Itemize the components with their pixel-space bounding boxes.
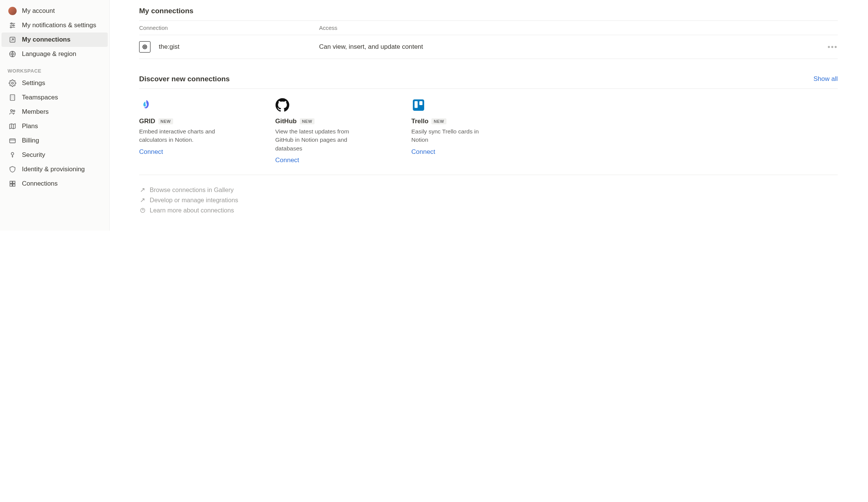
sidebar-item-label: Billing: [22, 136, 39, 146]
main-content: My connections Connection Access the:gis…: [110, 0, 868, 231]
sidebar-item-my-connections[interactable]: My connections: [2, 33, 108, 47]
people-icon: [8, 108, 17, 116]
sidebar-item-members[interactable]: Members: [2, 105, 108, 119]
card-description: Easily sync Trello cards in Notion: [411, 127, 494, 144]
footer-link-label: Learn more about connections: [150, 207, 234, 214]
svg-rect-9: [10, 95, 15, 101]
connect-button[interactable]: Connect: [139, 148, 253, 156]
svg-rect-18: [13, 184, 15, 186]
sidebar-item-connections[interactable]: Connections: [2, 177, 108, 191]
sidebar-item-label: Members: [22, 107, 49, 117]
footer-link-gallery[interactable]: ↗ Browse connections in Gallery: [139, 185, 838, 195]
svg-point-10: [11, 110, 12, 112]
trello-logo-icon: [411, 98, 426, 112]
thegist-logo-icon: [139, 41, 150, 53]
connection-more-button[interactable]: •••: [815, 43, 838, 51]
card-description: View the latest updates from GitHub in N…: [275, 127, 358, 153]
new-badge: NEW: [431, 118, 446, 124]
sidebar-item-label: My account: [22, 6, 55, 16]
new-badge: NEW: [300, 118, 315, 124]
sidebar-item-my-account[interactable]: My account: [2, 4, 108, 18]
sidebar-item-teamspaces[interactable]: Teamspaces: [2, 90, 108, 105]
footer-links: ↗ Browse connections in Gallery ↗ Develo…: [139, 185, 838, 215]
card-icon: [8, 136, 17, 145]
sidebar-item-plans[interactable]: Plans: [2, 119, 108, 133]
sidebar-item-identity[interactable]: Identity & provisioning: [2, 162, 108, 177]
svg-point-14: [11, 152, 14, 155]
svg-rect-12: [10, 139, 16, 143]
svg-rect-15: [10, 181, 12, 183]
sidebar-item-label: Identity & provisioning: [22, 164, 85, 174]
arrow-up-right-icon: ↗: [139, 186, 146, 194]
column-header-actions: [815, 25, 838, 31]
connection-access: Can view, insert, and update content: [319, 43, 815, 51]
grid-logo-icon: [139, 98, 153, 112]
connect-button[interactable]: Connect: [275, 156, 389, 164]
svg-point-20: [144, 46, 146, 48]
column-header-connection: Connection: [139, 25, 319, 31]
arrow-box-icon: [8, 36, 17, 44]
sidebar-item-label: Language & region: [22, 49, 76, 59]
sliders-icon: [8, 21, 17, 29]
svg-rect-22: [415, 101, 418, 108]
sidebar-item-label: Plans: [22, 121, 38, 131]
connection-name: the:gist: [159, 43, 180, 51]
key-icon: [8, 151, 17, 159]
shield-icon: [8, 165, 17, 174]
sidebar-item-label: Connections: [22, 179, 58, 189]
new-badge: NEW: [158, 118, 173, 124]
card-title: Trello: [411, 118, 428, 125]
svg-rect-23: [419, 101, 422, 105]
svg-point-8: [12, 82, 14, 84]
card-title: GRID: [139, 118, 155, 125]
connections-table: Connection Access the:gist Can view, ins…: [139, 20, 838, 59]
github-logo-icon: [275, 98, 290, 112]
svg-point-5: [10, 26, 11, 28]
connect-button[interactable]: Connect: [411, 148, 525, 156]
discover-header: Discover new connections Show all: [139, 75, 838, 83]
settings-sidebar: My account My notifications & settings M…: [0, 0, 110, 231]
svg-point-3: [11, 23, 12, 24]
discover-card-trello: Trello NEW Easily sync Trello cards in N…: [411, 98, 525, 164]
card-title: GitHub: [275, 118, 297, 125]
footer-link-label: Develop or manage integrations: [150, 197, 238, 204]
sidebar-item-language-region[interactable]: Language & region: [2, 47, 108, 61]
sidebar-item-billing[interactable]: Billing: [2, 133, 108, 148]
gear-icon: [8, 79, 17, 87]
discover-title: Discover new connections: [139, 75, 230, 83]
connection-app-cell: the:gist: [139, 41, 319, 53]
sidebar-item-security[interactable]: Security: [2, 148, 108, 162]
svg-point-11: [13, 110, 15, 112]
footer-link-learn[interactable]: Learn more about connections: [139, 205, 838, 215]
show-all-link[interactable]: Show all: [814, 75, 838, 83]
map-icon: [8, 122, 17, 130]
discover-card-grid: GRID NEW Embed interactive charts and ca…: [139, 98, 253, 164]
svg-point-4: [13, 25, 14, 26]
sidebar-item-label: Security: [22, 150, 45, 160]
discover-card-github: GitHub NEW View the latest updates from …: [275, 98, 389, 164]
globe-icon: [8, 50, 17, 58]
svg-rect-17: [10, 184, 12, 186]
sidebar-item-label: My notifications & settings: [22, 20, 96, 30]
footer-link-label: Browse connections in Gallery: [150, 186, 234, 194]
building-icon: [8, 93, 17, 102]
sidebar-item-settings[interactable]: Settings: [2, 76, 108, 90]
page-title: My connections: [139, 7, 838, 15]
card-description: Embed interactive charts and calculators…: [139, 127, 222, 144]
sidebar-item-my-notifications[interactable]: My notifications & settings: [2, 18, 108, 33]
sidebar-item-label: Settings: [22, 78, 45, 88]
sidebar-section-workspace: WORKSPACE: [0, 61, 109, 76]
svg-point-19: [143, 45, 147, 49]
table-header-row: Connection Access: [139, 20, 838, 35]
svg-rect-16: [13, 181, 15, 183]
discover-grid: GRID NEW Embed interactive charts and ca…: [139, 88, 838, 175]
table-row: the:gist Can view, insert, and update co…: [139, 35, 838, 59]
column-header-access: Access: [319, 25, 815, 31]
avatar-icon: [8, 7, 17, 15]
arrow-up-right-icon: ↗: [139, 197, 146, 204]
sidebar-item-label: My connections: [22, 35, 70, 45]
footer-link-develop[interactable]: ↗ Develop or manage integrations: [139, 195, 838, 205]
sidebar-item-label: Teamspaces: [22, 93, 58, 102]
question-icon: [139, 208, 146, 213]
grid-icon: [8, 180, 17, 188]
